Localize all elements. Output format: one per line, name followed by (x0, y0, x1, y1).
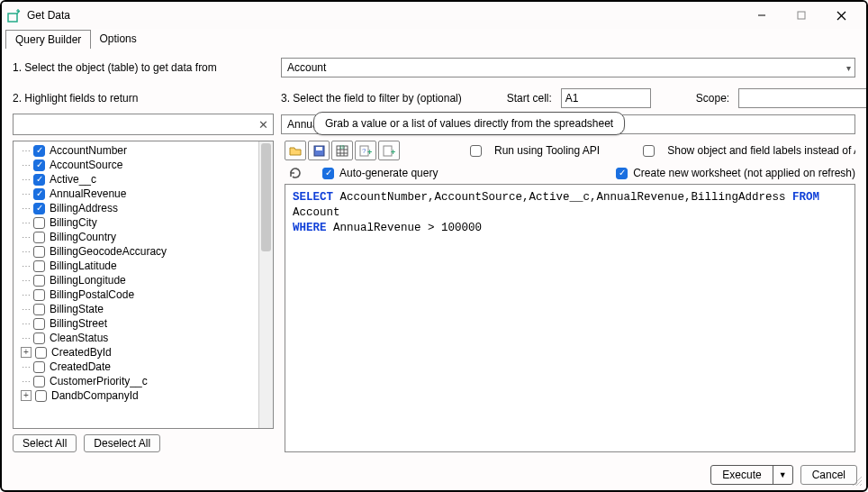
field-label: CustomerPriority__c (50, 375, 148, 387)
field-item[interactable]: ⋯ AccountSource (14, 158, 258, 172)
field-item[interactable]: ⋯ CustomerPriority__c (14, 374, 258, 388)
field-checkbox[interactable] (33, 145, 45, 157)
field-label: Active__c (50, 173, 96, 186)
field-label: CreatedDate (50, 360, 111, 373)
field-checkbox[interactable] (33, 203, 45, 214)
execute-dropdown-icon[interactable]: ▼ (773, 468, 792, 482)
field-checkbox[interactable] (35, 347, 47, 359)
field-checkbox[interactable] (33, 376, 45, 387)
dialog-footer: Execute ▼ Cancel (2, 460, 866, 490)
field-item[interactable]: ⋯ BillingState (14, 302, 258, 316)
field-item[interactable]: ⋯ BillingCity (14, 215, 258, 230)
add-filter-help-icon[interactable]: ?+ (355, 141, 376, 160)
field-checkbox[interactable] (33, 318, 45, 330)
field-label: BillingAddress (50, 202, 118, 214)
field-item[interactable]: ⋯ BillingStreet (14, 316, 258, 331)
tooling-api-label: Run using Tooling API (494, 144, 600, 157)
tree-connector-icon: ⋯ (21, 160, 32, 170)
expand-icon[interactable]: + (21, 347, 32, 358)
grab-values-icon[interactable]: 10 (331, 141, 353, 160)
close-button[interactable] (821, 3, 861, 28)
tree-connector-icon: ⋯ (21, 276, 32, 286)
object-select[interactable]: Account ▾ (281, 58, 855, 77)
field-checkbox[interactable] (33, 304, 45, 315)
object-select-value: Account (287, 61, 326, 74)
expand-icon[interactable]: + (21, 390, 32, 401)
clear-search-icon[interactable]: ✕ (253, 118, 273, 132)
tree-connector-icon: ⋯ (21, 305, 32, 314)
field-item[interactable]: ⋯ BillingPostalCode (14, 287, 258, 302)
tab-query-builder[interactable]: Query Builder (5, 30, 91, 49)
tab-strip: Query Builder Options (2, 29, 866, 49)
field-checkbox[interactable] (33, 174, 45, 186)
svg-rect-0 (8, 14, 17, 22)
field-checkbox[interactable] (33, 275, 45, 287)
field-item[interactable]: ⋯ BillingAddress (14, 201, 258, 215)
scrollbar[interactable] (258, 141, 273, 428)
deselect-all-button[interactable]: Deselect All (84, 434, 160, 452)
execute-button[interactable]: Execute ▼ (710, 465, 792, 485)
cancel-button[interactable]: Cancel (800, 465, 857, 485)
resize-grip-icon[interactable] (850, 474, 863, 487)
startcell-label: Start cell: (507, 92, 552, 105)
select-all-button[interactable]: Select All (13, 434, 77, 452)
field-item[interactable]: ⋯ AnnualRevenue (14, 187, 258, 201)
field-search[interactable]: ✕ (13, 114, 274, 135)
field-item[interactable]: + CreatedById (14, 345, 258, 360)
open-icon[interactable] (285, 141, 306, 160)
tooling-api-checkbox[interactable] (470, 145, 482, 157)
field-checkbox[interactable] (33, 289, 45, 301)
autogen-checkbox[interactable] (322, 168, 334, 179)
query-editor[interactable]: SELECT AccountNumber,AccountSource,Activ… (285, 184, 855, 452)
app-icon (7, 8, 22, 23)
tree-connector-icon: ⋯ (21, 290, 32, 300)
fields-tree-body[interactable]: ⋯ AccountNumber⋯ AccountSource⋯ Active__… (14, 141, 258, 428)
field-checkbox[interactable] (33, 159, 45, 171)
field-label: CleanStatus (50, 332, 108, 344)
show-labels-checkbox[interactable] (643, 145, 655, 157)
step1-label: 1. Select the object (table) to get data… (13, 61, 274, 74)
field-checkbox[interactable] (33, 246, 45, 258)
field-label: BillingLongitude (50, 274, 126, 287)
field-item[interactable]: ⋯ Active__c (14, 172, 258, 187)
add-filter-icon[interactable]: + (378, 141, 400, 160)
save-icon[interactable] (308, 141, 330, 160)
scope-select[interactable]: ▾ (738, 88, 866, 108)
field-item[interactable]: ⋯ CreatedDate (14, 360, 258, 374)
field-item[interactable]: ⋯ AccountNumber (14, 143, 258, 158)
field-label: DandbCompanyId (51, 389, 139, 402)
tree-connector-icon: ⋯ (21, 362, 32, 372)
field-item[interactable]: + DandbCompanyId (14, 388, 258, 403)
tab-options[interactable]: Options (90, 30, 145, 48)
tree-connector-icon: ⋯ (21, 175, 32, 185)
new-worksheet-checkbox[interactable] (616, 168, 628, 179)
field-search-input[interactable] (14, 118, 253, 131)
field-checkbox[interactable] (33, 260, 45, 272)
startcell-input[interactable] (561, 88, 651, 108)
svg-text:?: ? (362, 147, 366, 155)
field-item[interactable]: ⋯ BillingLatitude (14, 259, 258, 273)
field-item[interactable]: ⋯ BillingLongitude (14, 273, 258, 287)
step2-label: 2. Highlight fields to return (13, 92, 274, 105)
refresh-icon[interactable] (285, 166, 306, 180)
scrollbar-thumb[interactable] (261, 143, 271, 251)
field-checkbox[interactable] (35, 390, 47, 402)
svg-rect-2 (798, 12, 805, 19)
field-checkbox[interactable] (33, 217, 45, 229)
maximize-button[interactable] (782, 3, 821, 28)
field-checkbox[interactable] (33, 333, 45, 344)
field-checkbox[interactable] (33, 232, 45, 243)
execute-label: Execute (711, 466, 773, 484)
toolbar: 10 ?+ + (285, 141, 400, 160)
field-item[interactable]: ⋯ BillingGeocodeAccuracy (14, 244, 258, 259)
field-checkbox[interactable] (33, 188, 45, 200)
field-item[interactable]: ⋯ CleanStatus (14, 331, 258, 345)
minimize-button[interactable] (742, 3, 782, 28)
field-checkbox[interactable] (33, 361, 45, 373)
field-item[interactable]: ⋯ BillingCountry (14, 230, 258, 244)
tree-connector-icon: ⋯ (21, 146, 32, 156)
tree-connector-icon: ⋯ (21, 218, 32, 228)
titlebar: Get Data (2, 2, 866, 29)
autogen-label: Auto-generate query (339, 167, 438, 179)
scope-label: Scope: (696, 92, 729, 105)
